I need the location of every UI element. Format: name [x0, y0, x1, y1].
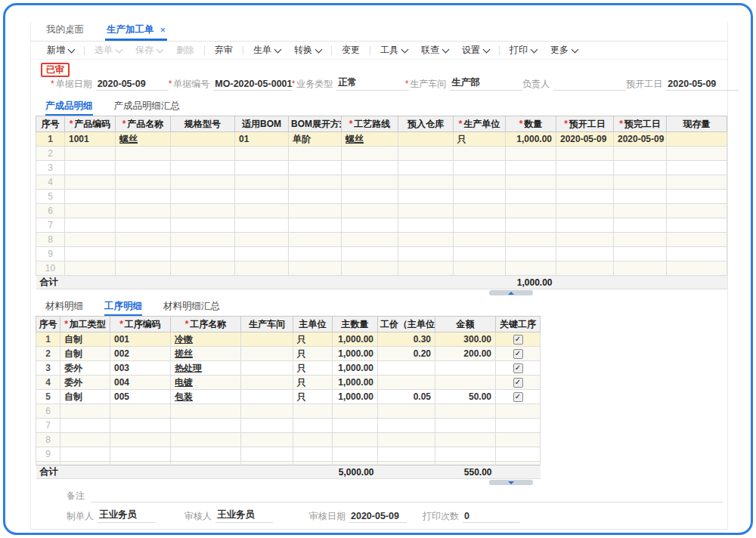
cell[interactable] — [171, 175, 235, 190]
cell[interactable] — [110, 433, 171, 447]
cell[interactable]: ✓ — [496, 347, 541, 361]
cell[interactable] — [454, 261, 506, 276]
cell[interactable]: 单阶 — [289, 132, 342, 147]
toolbar-button[interactable]: 生单 — [253, 44, 280, 57]
field-value[interactable]: 王业务员 — [98, 509, 155, 523]
key-process-checkbox[interactable]: ✓ — [513, 363, 523, 373]
cell[interactable] — [727, 204, 728, 218]
cell[interactable]: ✓ — [496, 361, 541, 376]
cell[interactable] — [398, 233, 454, 247]
field-value[interactable] — [553, 89, 626, 91]
toolbar-button[interactable]: 更多 — [550, 44, 578, 57]
cell[interactable] — [727, 147, 728, 161]
cell[interactable] — [454, 218, 506, 233]
cell[interactable] — [398, 261, 454, 276]
cell[interactable]: 1,000.00 — [333, 376, 378, 390]
cell[interactable] — [556, 261, 614, 276]
cell[interactable] — [333, 447, 378, 462]
cell[interactable] — [727, 190, 728, 204]
cell[interactable] — [614, 175, 667, 190]
cell[interactable]: 0.20 — [378, 347, 435, 361]
cell[interactable]: 只 — [293, 361, 333, 376]
row-number[interactable]: 2 — [36, 347, 60, 361]
row-number[interactable]: 7 — [36, 218, 65, 233]
toolbar-button[interactable]: 变更 — [342, 44, 360, 57]
cell[interactable] — [116, 233, 171, 247]
cell[interactable] — [171, 433, 241, 447]
row-number[interactable]: 6 — [36, 404, 60, 419]
cell[interactable] — [506, 233, 556, 247]
cell[interactable] — [556, 218, 614, 233]
cell[interactable] — [293, 419, 333, 433]
cell[interactable] — [506, 161, 556, 175]
toolbar-button[interactable]: 转换 — [294, 44, 321, 57]
key-process-checkbox[interactable]: ✓ — [513, 335, 523, 345]
cell[interactable] — [496, 419, 541, 433]
close-tab-icon[interactable]: × — [160, 24, 166, 36]
row-number[interactable]: 3 — [36, 361, 60, 376]
toolbar-button[interactable]: 工具 — [380, 44, 407, 57]
cell[interactable] — [235, 247, 289, 261]
cell[interactable]: 003 — [110, 361, 171, 376]
cell[interactable] — [293, 404, 333, 419]
cell[interactable] — [342, 175, 398, 190]
cell[interactable] — [60, 419, 110, 433]
field-value[interactable]: 2020-05-09 — [349, 511, 407, 523]
cell[interactable] — [614, 204, 667, 218]
cell[interactable] — [342, 247, 398, 261]
toolbar-button[interactable]: 弃审 — [215, 44, 233, 57]
remark-input[interactable] — [91, 492, 723, 502]
cell[interactable] — [727, 161, 728, 175]
row-number[interactable]: 8 — [36, 433, 60, 447]
cell[interactable] — [667, 247, 727, 261]
cell[interactable]: 委外 — [60, 361, 110, 376]
cell[interactable] — [614, 161, 667, 175]
cell[interactable] — [289, 218, 342, 233]
section-tab[interactable]: 材料明细 — [45, 300, 83, 316]
cell[interactable] — [65, 233, 116, 247]
cell[interactable] — [65, 218, 116, 233]
cell[interactable] — [398, 147, 454, 161]
cell[interactable] — [171, 419, 241, 433]
cell[interactable] — [614, 233, 667, 247]
cell[interactable] — [667, 218, 727, 233]
cell[interactable] — [116, 218, 171, 233]
cell[interactable] — [398, 175, 454, 190]
cell[interactable] — [667, 204, 727, 218]
cell[interactable]: 自制 — [60, 390, 110, 404]
cell[interactable] — [333, 419, 378, 433]
cell[interactable] — [556, 204, 614, 218]
cell[interactable]: 搓丝 — [171, 347, 241, 361]
cell[interactable] — [241, 433, 293, 447]
cell[interactable] — [235, 147, 289, 161]
cell[interactable]: 热处理 — [171, 361, 241, 376]
cell[interactable] — [556, 247, 614, 261]
cell[interactable] — [614, 218, 667, 233]
cell[interactable] — [60, 404, 110, 419]
cell[interactable] — [506, 247, 556, 261]
cell[interactable]: 1001 — [65, 132, 116, 147]
cell[interactable] — [241, 361, 293, 376]
cell[interactable] — [293, 447, 333, 462]
cell[interactable] — [556, 161, 614, 175]
cell[interactable] — [235, 218, 289, 233]
row-number[interactable]: 9 — [36, 247, 65, 261]
cell[interactable] — [235, 233, 289, 247]
cell[interactable] — [241, 347, 293, 361]
cell[interactable] — [506, 261, 556, 276]
cell[interactable] — [60, 433, 110, 447]
cell[interactable] — [60, 447, 110, 462]
cell[interactable] — [378, 447, 435, 462]
cell[interactable] — [116, 161, 171, 175]
cell[interactable]: 0.30 — [378, 332, 435, 347]
row-number[interactable]: 1 — [36, 332, 60, 347]
tab-inactive[interactable]: 我的桌面 — [45, 23, 85, 41]
cell[interactable] — [496, 433, 541, 447]
row-number[interactable]: 1 — [36, 132, 65, 147]
cell[interactable] — [398, 247, 454, 261]
cell[interactable]: 0.05 — [378, 390, 435, 404]
cell[interactable] — [235, 161, 289, 175]
cell[interactable] — [496, 447, 541, 462]
cell[interactable]: 004 — [110, 376, 171, 390]
cell[interactable] — [506, 218, 556, 233]
